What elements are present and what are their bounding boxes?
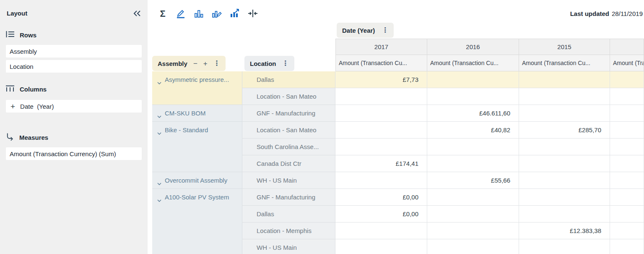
value-cell[interactable]: £12.383,38 [519,223,610,239]
value-cell[interactable]: £285,70 [519,122,610,139]
edit-chart-button[interactable] [175,8,186,19]
edit-chart-icon [176,8,185,20]
value-cell[interactable] [519,172,610,189]
value-cell[interactable]: £174,41 [335,155,427,172]
location-cell[interactable]: Location - San Mateo [242,88,335,105]
value-cell[interactable] [335,239,427,254]
value-cell[interactable] [519,189,610,206]
value-cell[interactable] [610,239,644,254]
value-cell[interactable] [610,139,644,155]
assembly-row-chip[interactable]: Assembly − + ⋮ [152,56,226,71]
value-cell[interactable] [610,105,644,122]
assembly-cell[interactable]: Asymmetric pressure... [152,71,242,105]
location-cell[interactable]: Canada Dist Ctr [242,155,335,172]
value-cell[interactable] [427,155,519,172]
value-cell[interactable] [610,88,644,105]
year-header-cell[interactable]: 2015 [519,39,610,55]
value-cell[interactable] [335,122,427,139]
bar-chart-trend-button[interactable] [229,8,240,19]
collapse-sidebar-icon[interactable] [133,10,141,18]
value-cell[interactable] [610,223,644,239]
location-cell[interactable]: WH - US Main [242,172,335,189]
value-cell[interactable] [427,206,519,223]
year-header-cell[interactable]: 2017 [335,39,427,55]
bar-chart-edit-icon [212,9,222,19]
value-cell[interactable] [610,71,644,88]
row-field-assembly[interactable]: Assembly [6,45,142,58]
value-cell[interactable] [427,71,519,88]
measure-field-amount[interactable]: Amount (Transaction Currency) (Sum) [6,147,142,160]
value-cell[interactable] [335,88,427,105]
value-cell[interactable] [610,122,644,139]
collapse-all-icon[interactable]: − [193,60,197,67]
value-cell[interactable] [610,172,644,189]
value-cell[interactable] [610,206,644,223]
value-cell[interactable]: £55,66 [427,172,519,189]
value-cell[interactable] [519,206,610,223]
location-row-chip[interactable]: Location ⋮ [244,56,294,71]
value-cell[interactable]: £0,00 [335,206,427,223]
value-cell[interactable] [335,223,427,239]
date-year-column-chip[interactable]: Date (Year) ⋮ [337,23,394,38]
location-cell[interactable]: GNF - Manufacturing [242,189,335,206]
value-cell[interactable] [519,239,610,254]
year-header-cell[interactable] [610,39,644,55]
value-cell[interactable] [519,105,610,122]
measure-header-cell[interactable]: Amount (Transaction Cu... [519,55,610,71]
value-cell[interactable] [519,71,610,88]
assembly-cell[interactable]: CM-SKU BOM [152,105,242,122]
assembly-cell[interactable]: Bike - Standard [152,122,242,172]
measure-header-cell[interactable]: Amount (Transaction Cu... [427,55,519,71]
assembly-name: A100-Solar PV System [165,194,229,201]
value-cell[interactable] [519,155,610,172]
year-header-cell[interactable]: 2016 [427,39,519,55]
value-cell[interactable]: £7,73 [335,71,427,88]
layout-sidebar: Layout Rows Assembly Location Columns + [0,0,148,254]
sum-totals-button[interactable]: Σ [157,8,168,19]
value-cell[interactable] [427,239,519,254]
expand-all-icon[interactable]: + [203,60,208,67]
location-cell[interactable]: Location - Memphis [242,223,335,239]
chevron-down-icon[interactable] [157,196,161,203]
location-cell[interactable]: WH - US Main [242,239,335,254]
measure-header-cell[interactable]: Amount (Transaction Cu... [335,55,427,71]
location-cell[interactable]: Location - San Mateo [242,122,335,139]
value-cell[interactable] [335,172,427,189]
row-field-location[interactable]: Location [6,60,142,73]
value-cell[interactable] [335,139,427,155]
value-cell[interactable]: £0,00 [335,189,427,206]
location-cell[interactable]: Dallas [242,71,335,88]
value-cell[interactable] [610,155,644,172]
chevron-down-icon[interactable] [157,179,161,186]
kebab-menu-icon[interactable]: ⋮ [282,60,289,67]
value-cell[interactable]: £46.611,60 [427,105,519,122]
value-cell[interactable] [519,88,610,105]
location-cell[interactable]: South Carolina Asse... [242,139,335,155]
assembly-cell[interactable]: A100-Solar PV System [152,189,242,254]
add-icon[interactable]: + [10,102,15,110]
bar-chart-button[interactable] [193,8,204,19]
bar-chart-edit-button[interactable] [211,8,222,19]
value-cell[interactable] [427,139,519,155]
value-cell[interactable]: £40,82 [427,122,519,139]
value-cell[interactable] [335,105,427,122]
sigma-icon: Σ [160,9,165,18]
chevron-down-icon[interactable] [157,112,161,119]
value-cell[interactable] [427,189,519,206]
columns-icon [6,85,14,93]
location-cell[interactable]: Dallas [242,206,335,223]
kebab-menu-icon[interactable]: ⋮ [213,60,220,67]
kebab-menu-icon[interactable]: ⋮ [382,27,388,34]
chevron-down-icon[interactable] [157,129,161,136]
assembly-cell[interactable]: Overcommit Assembly [152,172,242,189]
value-cell[interactable] [427,88,519,105]
chevron-down-icon[interactable] [157,79,161,86]
value-cell[interactable] [427,223,519,239]
measure-header-cell[interactable]: Amount (Transaction Cu... [610,55,644,71]
column-field-date-year[interactable]: + Date (Year) [6,100,142,113]
value-cell[interactable] [610,189,644,206]
value-cell[interactable] [519,139,610,155]
collapse-columns-button[interactable] [247,8,258,19]
columns-section-header: Columns [6,85,47,93]
location-cell[interactable]: GNF - Manufacturing [242,105,335,122]
